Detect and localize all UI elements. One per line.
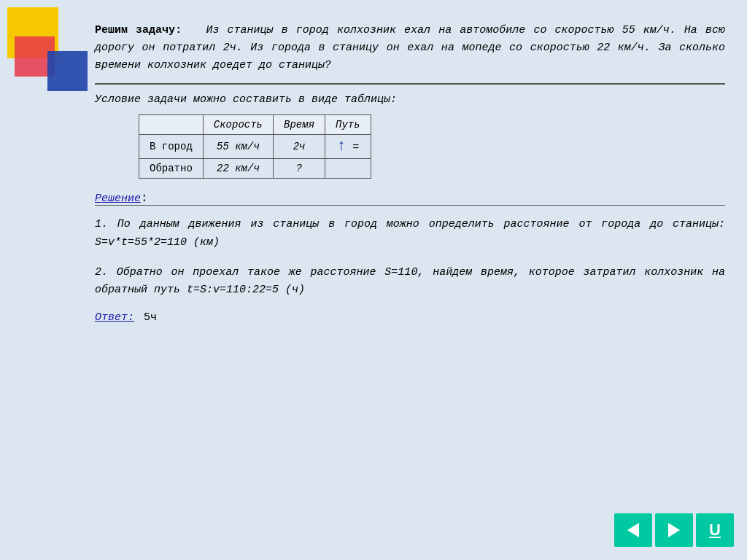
col-header-path: Путь <box>325 115 371 135</box>
row1-path: ↑ = <box>325 135 371 159</box>
equals-sign: = <box>352 141 359 154</box>
problem-label: Решим задачу: <box>95 24 182 36</box>
row2-path <box>325 159 371 179</box>
home-icon: U <box>709 521 721 540</box>
home-button[interactable]: U <box>696 513 734 547</box>
solution-colon: : <box>141 192 148 205</box>
nav-buttons: U <box>614 513 734 547</box>
row2-time: ? <box>274 159 325 179</box>
next-icon <box>668 523 680 537</box>
col-header-speed: Скорость <box>203 115 273 135</box>
answer-value: 5ч <box>144 311 157 324</box>
top-divider <box>95 83 725 85</box>
answer-label: Ответ: <box>95 311 134 324</box>
solution-divider <box>95 205 725 206</box>
row1-label: В город <box>139 135 204 159</box>
prev-button[interactable] <box>614 513 652 547</box>
condition-text: Условие задачи можно составить в виде та… <box>95 93 725 106</box>
table-header-row: Скорость Время Путь <box>139 115 371 135</box>
decorative-squares <box>0 0 88 117</box>
row1-time: 2ч <box>274 135 325 159</box>
table-row: В город 55 км/ч 2ч ↑ = <box>139 135 371 159</box>
problem-paragraph: Решим задачу: Из станицы в город колхозн… <box>95 22 725 74</box>
solution-title: Решение <box>95 192 141 205</box>
main-content: Решим задачу: Из станицы в город колхозн… <box>95 22 725 502</box>
solution-step1: 1. По данным движения из станицы в город… <box>95 216 725 252</box>
col-header-time: Время <box>274 115 325 135</box>
data-table: Скорость Время Путь В город 55 км/ч 2ч ↑… <box>139 114 371 179</box>
answer-line: Ответ: 5ч <box>95 311 725 324</box>
problem-text: Из станицы в город колхозник ехал на авт… <box>95 24 725 71</box>
solution-step2: 2. Обратно он проехал такое же расстояни… <box>95 264 725 300</box>
col-header-empty <box>139 115 204 135</box>
prev-icon <box>627 523 639 537</box>
table-row: Обратно 22 км/ч ? <box>139 159 371 179</box>
row1-speed: 55 км/ч <box>203 135 273 159</box>
arrow-up-icon: ↑ <box>337 139 347 155</box>
solution-title-line: Решение: <box>95 192 725 205</box>
row2-speed: 22 км/ч <box>203 159 273 179</box>
next-button[interactable] <box>655 513 693 547</box>
row2-label: Обратно <box>139 159 204 179</box>
blue-square <box>47 51 88 91</box>
